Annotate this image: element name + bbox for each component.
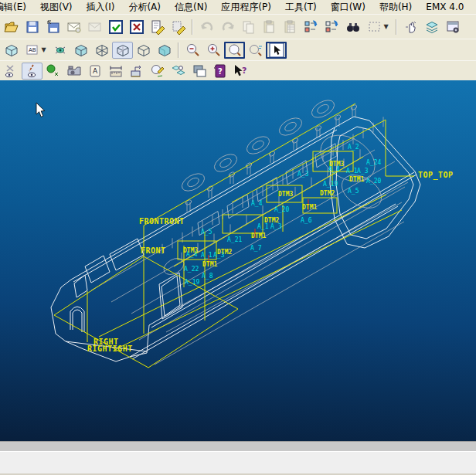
- spin-top-icon: [53, 42, 68, 58]
- annotations-button[interactable]: AB▼: [22, 42, 49, 59]
- menu-item[interactable]: 帮助(H): [372, 0, 419, 14]
- zoom-fit-button[interactable]: [224, 42, 245, 59]
- preview-button[interactable]: [147, 63, 168, 80]
- undo-button[interactable]: [196, 18, 217, 36]
- model-tree-button[interactable]: [105, 18, 126, 36]
- axis-label: A_19: [185, 279, 199, 286]
- spin-hands-icon: [171, 63, 186, 79]
- help-button[interactable]: ?: [209, 63, 230, 80]
- axis-label: A_3: [357, 168, 368, 175]
- window-close-icon: [129, 19, 144, 35]
- redo-button[interactable]: [217, 18, 238, 36]
- axis-label: A_3: [270, 223, 281, 230]
- windows-button[interactable]: [189, 63, 209, 80]
- shaded-cube-button[interactable]: [70, 42, 91, 59]
- email-link-button[interactable]: [84, 18, 105, 36]
- datum-label: DTM1: [251, 232, 266, 239]
- svg-text:?: ?: [242, 66, 246, 76]
- help-book-icon: ?: [212, 63, 228, 79]
- redo-icon: [220, 19, 236, 35]
- context-help-button[interactable]: ?: [230, 63, 251, 80]
- context-help-icon: ?: [232, 63, 250, 79]
- view-manager-button[interactable]: [442, 18, 463, 36]
- message-bar: [0, 441, 476, 451]
- save-button[interactable]: [22, 18, 42, 36]
- paste-special-button[interactable]: [280, 18, 301, 36]
- custom-regenerate-button[interactable]: [321, 18, 342, 36]
- shading-cube-button[interactable]: [154, 42, 175, 59]
- datum-axis-eye-icon: [25, 63, 40, 79]
- menu-item[interactable]: 编辑(E): [0, 0, 33, 14]
- datum-axes-toggle-button[interactable]: [22, 63, 42, 80]
- dimension-display-button[interactable]: [105, 63, 126, 80]
- zoom-in-button[interactable]: [203, 42, 224, 59]
- 3d-box-button[interactable]: [1, 42, 22, 59]
- datum-label: DTM1: [302, 204, 317, 211]
- paste-button[interactable]: [259, 18, 280, 36]
- datum-points-toggle-button[interactable]: [42, 63, 63, 80]
- open-file-button[interactable]: [1, 18, 22, 36]
- select-arrow-button[interactable]: [266, 42, 287, 59]
- undo-icon: [199, 19, 215, 35]
- annotation-display-button[interactable]: A: [84, 63, 105, 80]
- save-icon: [25, 19, 40, 35]
- zoom-region-button[interactable]: [245, 42, 266, 59]
- edit-references-button[interactable]: [168, 18, 189, 36]
- datum-label: DTM2: [320, 190, 335, 197]
- menu-item[interactable]: 应用程序(P): [214, 0, 278, 14]
- svg-text:?: ?: [218, 67, 223, 76]
- view-label: RIGHTIGHT: [87, 344, 133, 353]
- edit-definition-button[interactable]: [147, 18, 168, 36]
- paste-icon: [262, 19, 277, 35]
- copy-button[interactable]: [238, 18, 259, 36]
- datum-label: DTM1: [349, 176, 364, 183]
- hidden-line-cube-button[interactable]: [112, 42, 133, 59]
- save-as-icon: [46, 19, 61, 35]
- zoom-out-button[interactable]: [182, 42, 203, 59]
- axis-label: A_20: [366, 178, 381, 185]
- close-window-button[interactable]: [126, 18, 147, 36]
- toolbar-datum: A ? ?: [0, 60, 476, 80]
- custom-regenerate-icon: [325, 19, 340, 35]
- magnifier-pencil-icon: [150, 63, 165, 79]
- axis-label: A_3: [298, 171, 308, 178]
- datum-target-display-button[interactable]: [126, 63, 147, 80]
- axis-label: A_20: [274, 206, 289, 213]
- menu-item[interactable]: 视图(V): [33, 0, 80, 14]
- dropdown-arrow-icon: ▼: [383, 23, 388, 30]
- no-hidden-cube-icon: [136, 42, 151, 58]
- zoom-fit-icon: [227, 42, 243, 58]
- no-hidden-cube-button[interactable]: [133, 42, 154, 59]
- email-link-icon: [87, 19, 103, 35]
- menu-item[interactable]: 信息(N): [168, 0, 214, 14]
- zoom-region-icon: [248, 42, 264, 58]
- save-as-button[interactable]: [42, 18, 63, 36]
- wireframe-cube-button[interactable]: [91, 42, 112, 59]
- menu-item[interactable]: 窗口(W): [324, 0, 372, 14]
- select-hand-button[interactable]: [400, 18, 421, 36]
- datum-spin-button[interactable]: [49, 42, 70, 59]
- datum-label: DTM2: [217, 249, 232, 256]
- camera-icon: [66, 63, 82, 79]
- send-email-button[interactable]: [63, 18, 84, 36]
- regenerate-button[interactable]: [301, 18, 321, 36]
- axis-label: A_1: [346, 168, 357, 175]
- menu-item[interactable]: 分析(A): [121, 0, 168, 14]
- spin-3d-button[interactable]: [168, 63, 189, 80]
- viewport[interactable]: A_2A_24A_4A_1A_3A_19A_20A_5A_3A_4A_20A_6…: [0, 80, 476, 441]
- layers-button[interactable]: [421, 18, 442, 36]
- toolbar-main: ▼: [0, 14, 476, 39]
- axis-label: A_8: [202, 273, 212, 280]
- svg-text:AB: AB: [29, 47, 36, 53]
- axis-label: A_2: [348, 144, 359, 151]
- csys-display-button[interactable]: [63, 63, 84, 80]
- menu-item[interactable]: 插入(I): [80, 0, 122, 14]
- find-button[interactable]: [342, 18, 363, 36]
- selection-filter-button[interactable]: ▼: [363, 18, 393, 36]
- binoculars-icon: [345, 19, 361, 35]
- window-check-icon: [108, 19, 124, 35]
- datum-label: DTM1: [202, 261, 217, 268]
- menu-item[interactable]: 工具(T): [278, 0, 324, 14]
- menu-item[interactable]: EMX 4.0: [419, 1, 471, 13]
- datum-planes-toggle-button[interactable]: [1, 63, 22, 80]
